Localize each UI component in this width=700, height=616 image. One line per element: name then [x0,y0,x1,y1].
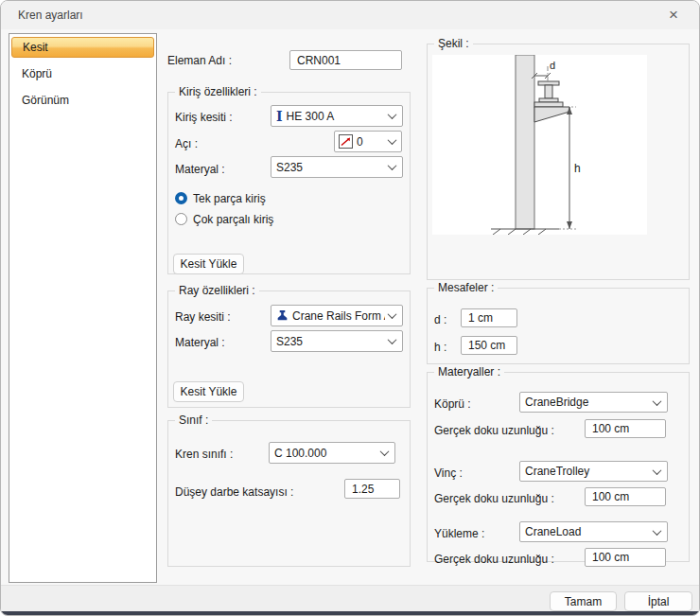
sidebar-item-kesit[interactable]: Kesit [11,37,154,58]
eleman-adi-label: Eleman Adı : [167,54,232,67]
angle-direction-icon [339,134,353,149]
kopru-materyal-combobox[interactable]: CraneBridge [519,392,668,413]
radio-cok-parcali-kiris[interactable] [175,213,187,225]
yukleme-materyal-value: CraneLoad [525,525,650,538]
eleman-adi-input[interactable] [289,50,402,70]
h-input[interactable] [461,336,517,355]
mesafeler-title: Mesafeler : [434,281,498,294]
chevron-down-icon [653,466,662,475]
yukleme-label: Yükleme : [434,527,484,540]
column-shape [516,55,534,229]
h-label: h : [434,341,446,354]
dusey-darbe-label: Düşey darbe katsayısı : [175,485,293,499]
gercek-doku-label-1: Gerçek doku uzunluğu : [434,424,554,437]
ray-kesiti-value: Crane Rails Form A [292,309,385,323]
crane-column-diagram-svg: d h [432,55,647,235]
kren-sinifi-value: C 100.000 [274,447,377,460]
crane-settings-dialog: Kren ayarları × Kesit Köprü Görünüm Elem… [0,0,700,616]
dusey-darbe-input[interactable] [344,479,400,499]
sidebar-item-label: Görünüm [22,94,69,107]
kren-sinifi-combobox[interactable]: C 100.000 [269,442,395,464]
vinc-materyal-value: CraneTrolley [525,465,650,478]
sidebar-item-label: Köprü [22,67,52,80]
chevron-down-icon [653,396,662,406]
dialog-title: Kren ayarları [18,9,83,22]
kiris-ozellikleri-title: Kiriş özellikleri : [175,85,261,98]
gercek-doku-input-3[interactable] [585,548,666,567]
kiris-kesiti-value: HE 300 A [287,110,385,123]
vinc-label: Vinç : [434,466,463,480]
ok-button[interactable]: Tamam [550,591,617,611]
sidebar-tab-list: Kesit Köprü Görünüm [9,33,157,583]
gercek-doku-label-3: Gerçek doku uzunluğu : [434,553,554,566]
vinc-materyal-combobox[interactable]: CraneTrolley [519,461,668,482]
chevron-down-icon [380,447,390,456]
chevron-down-icon [388,335,397,344]
ray-kesiti-combobox[interactable]: Crane Rails Form A [271,305,403,326]
d-label: d : [434,313,446,326]
d-input[interactable] [461,308,517,327]
gercek-doku-input-1[interactable] [585,419,666,438]
ray-materyal-combobox[interactable]: S235 [271,330,403,352]
materyal-label: Materyal : [175,163,225,176]
dimension-d-label: d [550,60,555,71]
kiris-materyal-value: S235 [276,161,385,174]
kopru-materyal-value: CraneBridge [525,396,650,409]
kesit-yukle-button-kiris[interactable]: Kesit Yükle [173,254,244,274]
close-icon[interactable]: × [656,1,691,29]
kesit-yukle-button-ray[interactable]: Kesit Yükle [173,381,244,402]
kiris-materyal-combobox[interactable]: S235 [271,156,403,178]
ray-kesiti-label: Ray kesiti : [175,310,231,324]
chevron-down-icon [653,526,662,536]
cancel-button[interactable]: İptal [624,591,692,611]
kiris-kesiti-label: Kiriş kesiti : [175,111,233,124]
gercek-doku-label-2: Gerçek doku uzunluğu : [434,492,554,505]
rail-section-icon [276,309,289,322]
bracket-shape [534,107,569,122]
ray-materyal-value: S235 [276,335,385,348]
kiris-kesiti-combobox[interactable]: I HE 300 A [271,105,403,127]
materyaller-title: Materyaller : [434,365,504,378]
chevron-down-icon [388,135,397,145]
ray-ozellikleri-title: Ray özellikleri : [175,284,259,297]
sinif-title: Sınıf : [175,414,212,427]
gercek-doku-input-2[interactable] [585,487,666,506]
kren-sinifi-label: Kren sınıfı : [175,448,233,461]
sidebar-item-gorunum[interactable]: Görünüm [11,90,154,111]
radio-tek-parca-kiris[interactable] [175,192,187,204]
radio-cok-parcali-label: Çok parçalı kiriş [193,213,273,226]
radio-tek-parca-label: Tek parça kiriş [193,192,266,205]
chevron-down-icon [388,110,397,119]
ray-materyal-label: Materyal : [175,336,225,349]
aci-combobox[interactable]: 0 [334,131,402,152]
kopru-label: Köprü : [434,397,471,411]
sidebar-item-kopru[interactable]: Köprü [11,63,154,84]
bottom-edge-strip [1,611,699,615]
chevron-down-icon [388,161,397,170]
yukleme-materyal-combobox[interactable]: CraneLoad [519,521,668,542]
aci-value: 0 [357,135,385,149]
chevron-down-icon [388,309,397,319]
sidebar-item-label: Kesit [23,41,48,54]
dimension-h-label: h [574,162,581,175]
crane-column-diagram: d h [432,55,647,235]
ibeam-section-icon: I [276,110,283,123]
sekil-title: Şekil : [434,37,473,50]
titlebar: Kren ayarları [1,1,699,29]
aci-label: Açı : [175,137,198,150]
